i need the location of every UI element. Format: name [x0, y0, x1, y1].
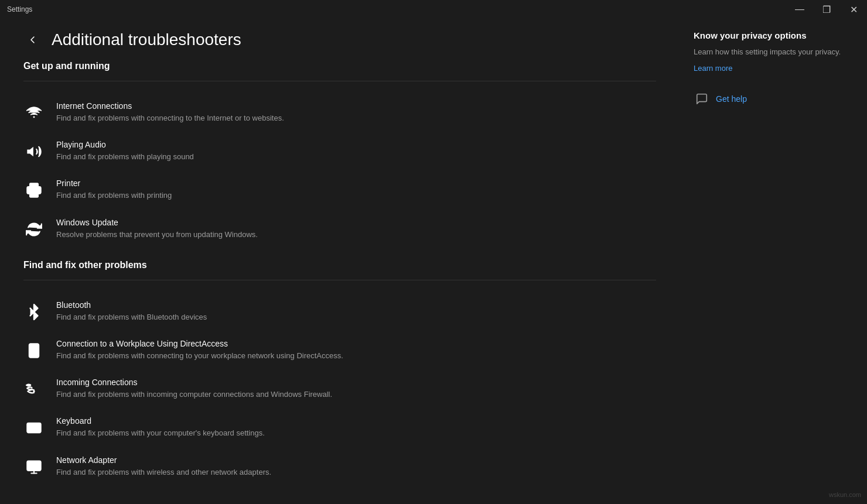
item-desc-keyboard: Find and fix problems with your computer… — [56, 428, 656, 438]
wifi-icon — [23, 102, 45, 124]
incoming-icon — [23, 379, 45, 400]
svg-marker-1 — [27, 147, 33, 156]
item-name-bluetooth: Bluetooth — [56, 300, 656, 310]
keyboard-icon — [23, 417, 45, 438]
item-desc-printer: Find and fix problems with printing — [56, 190, 656, 201]
bluetooth-icon — [23, 301, 45, 323]
item-name-printer: Printer — [56, 179, 656, 188]
get-help-icon — [694, 91, 710, 107]
section-find-fix-other: Find and fix other problems Bluetooth Fi… — [23, 260, 656, 486]
item-desc-incoming: Find and fix problems with incoming comp… — [56, 389, 656, 400]
item-text-update: Windows Update Resolve problems that pre… — [56, 218, 656, 240]
title-bar-controls: — ❐ ✕ — [786, 0, 867, 19]
get-help-label[interactable]: Get help — [716, 94, 747, 104]
learn-more-link[interactable]: Learn more — [694, 64, 732, 73]
item-name-update: Windows Update — [56, 218, 656, 227]
item-name-directaccess: Connection to a Workplace Using DirectAc… — [56, 339, 656, 348]
title-bar: Settings — ❐ ✕ — [0, 0, 867, 19]
item-text-bluetooth: Bluetooth Find and fix problems with Blu… — [56, 300, 656, 323]
printer-icon — [23, 180, 45, 201]
update-icon — [23, 219, 45, 240]
item-desc-directaccess: Find and fix problems with connecting to… — [56, 351, 656, 361]
restore-button[interactable]: ❐ — [813, 0, 840, 19]
item-name-keyboard: Keyboard — [56, 416, 656, 426]
list-item[interactable]: Keyboard Find and fix problems with your… — [23, 408, 656, 447]
list-item[interactable]: Printer Find and fix problems with print… — [23, 170, 656, 209]
svg-rect-17 — [27, 461, 40, 470]
item-name-audio: Playing Audio — [56, 140, 656, 149]
back-icon — [29, 36, 37, 44]
title-bar-left: Settings — [7, 5, 32, 13]
watermark: wskun.com — [829, 491, 861, 498]
close-button[interactable]: ✕ — [840, 0, 867, 19]
get-help-container[interactable]: Get help — [694, 91, 853, 107]
minimize-button[interactable]: — — [786, 0, 813, 19]
svg-point-0 — [33, 116, 35, 118]
list-item[interactable]: Internet Connections Find and fix proble… — [23, 93, 656, 132]
svg-point-6 — [33, 390, 35, 393]
svg-rect-3 — [30, 191, 38, 198]
window: Settings — ❐ ✕ Additional troubleshooter… — [0, 0, 867, 504]
sidebar: Know your privacy options Learn how this… — [680, 19, 867, 504]
item-text-audio: Playing Audio Find and fix problems with… — [56, 140, 656, 162]
divider-2 — [23, 280, 656, 280]
item-desc-update: Resolve problems that prevent you from u… — [56, 229, 656, 240]
item-text-internet: Internet Connections Find and fix proble… — [56, 101, 656, 124]
directaccess-icon — [23, 340, 45, 361]
item-desc-internet: Find and fix problems with connecting to… — [56, 113, 656, 124]
network-icon — [23, 457, 45, 478]
app-title: Settings — [7, 5, 32, 13]
list-item[interactable]: Connection to a Workplace Using DirectAc… — [23, 331, 656, 369]
audio-icon — [23, 141, 45, 162]
item-name-internet: Internet Connections — [56, 101, 656, 111]
item-name-incoming: Incoming Connections — [56, 378, 656, 387]
divider-1 — [23, 81, 656, 81]
item-text-directaccess: Connection to a Workplace Using DirectAc… — [56, 339, 656, 361]
item-text-network: Network Adapter Find and fix problems wi… — [56, 455, 656, 478]
list-item[interactable]: Bluetooth Find and fix problems with Blu… — [23, 292, 656, 331]
section-title-1: Get up and running — [23, 61, 656, 71]
item-desc-audio: Find and fix problems with playing sound — [56, 152, 656, 162]
list-item[interactable]: Playing Audio Find and fix problems with… — [23, 132, 656, 170]
back-header: Additional troubleshooters — [23, 30, 656, 49]
list-item[interactable]: Network Adapter Find and fix problems wi… — [23, 447, 656, 486]
item-text-incoming: Incoming Connections Find and fix proble… — [56, 378, 656, 400]
item-text-keyboard: Keyboard Find and fix problems with your… — [56, 416, 656, 438]
list-item[interactable]: Incoming Connections Find and fix proble… — [23, 369, 656, 408]
item-text-printer: Printer Find and fix problems with print… — [56, 179, 656, 201]
item-desc-bluetooth: Find and fix problems with Bluetooth dev… — [56, 312, 656, 323]
back-button[interactable] — [23, 30, 42, 49]
main-content: Additional troubleshooters Get up and ru… — [0, 19, 680, 504]
content-area: Additional troubleshooters Get up and ru… — [0, 19, 867, 504]
item-name-network: Network Adapter — [56, 455, 656, 465]
list-item[interactable]: Windows Update Resolve problems that pre… — [23, 210, 656, 248]
item-desc-network: Find and fix problems with wireless and … — [56, 467, 656, 478]
section-get-up-running: Get up and running Internet Connections — [23, 61, 656, 248]
sidebar-privacy-title: Know your privacy options — [694, 30, 853, 40]
sidebar-privacy-desc: Learn how this setting impacts your priv… — [694, 46, 853, 58]
section-title-2: Find and fix other problems — [23, 260, 656, 270]
page-title: Additional troubleshooters — [52, 30, 241, 49]
